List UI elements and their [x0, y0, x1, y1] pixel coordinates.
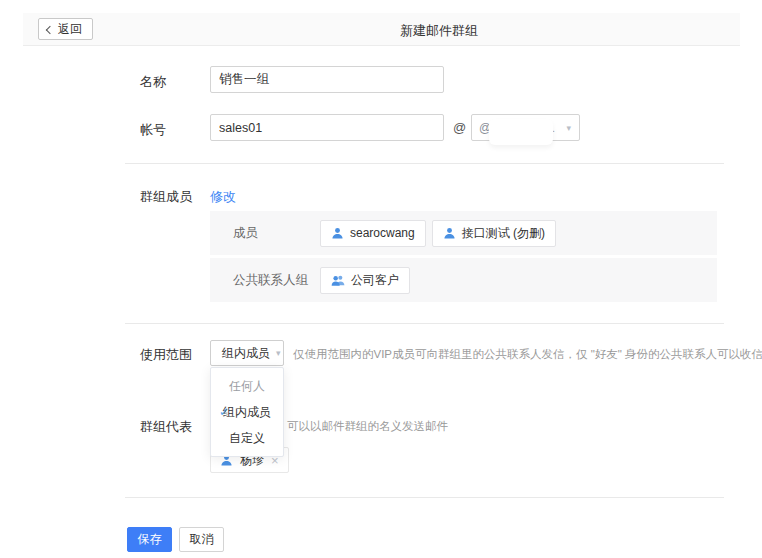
modify-members-link[interactable]: 修改: [210, 188, 236, 206]
section-divider: [125, 323, 724, 324]
redaction-blur: [489, 119, 553, 145]
scope-selected-value: 组内成员: [222, 345, 270, 362]
domain-select[interactable]: @ n... ▾: [471, 114, 580, 141]
members-panel: 成员 searocwang 接口测试 (勿删) 公共联系人组 公司客户: [210, 211, 717, 302]
cancel-button[interactable]: 取消: [179, 527, 224, 552]
member-tag: 接口测试 (勿删): [432, 220, 556, 247]
person-icon: [331, 227, 344, 240]
section-divider: [125, 497, 724, 498]
members-row-label: 成员: [233, 225, 320, 242]
save-button[interactable]: 保存: [127, 527, 172, 552]
group-icon: [331, 274, 345, 287]
scope-option-group-members[interactable]: ✓ 组内成员: [211, 399, 283, 425]
name-label: 名称: [140, 73, 166, 91]
back-button[interactable]: 返回: [38, 18, 93, 40]
scope-hint-text: 仅使用范围内的VIP成员可向群组里的公共联系人发信，仅 "好友" 身份的公共联系…: [293, 347, 762, 362]
scope-label: 使用范围: [140, 346, 192, 364]
account-input[interactable]: [210, 114, 444, 141]
contact-group-row-label: 公共联系人组: [233, 272, 320, 289]
scope-select[interactable]: 组内成员 ▾: [210, 340, 284, 366]
scope-option-label: 组内成员: [223, 405, 271, 419]
check-icon: ✓: [219, 399, 229, 425]
page-header: 返回 新建邮件群组: [23, 13, 740, 46]
contact-group-tag-label: 公司客户: [351, 272, 399, 289]
member-tag-label: searocwang: [350, 226, 415, 240]
caret-down-icon: ▾: [276, 348, 281, 358]
member-tag: searocwang: [320, 220, 426, 247]
name-input[interactable]: [210, 66, 444, 93]
person-icon: [443, 227, 456, 240]
at-symbol: @: [453, 120, 466, 135]
contact-group-tag: 公司客户: [320, 267, 410, 294]
section-divider: [125, 163, 724, 164]
chevron-left-icon: [46, 25, 54, 33]
representative-label: 群组代表: [140, 418, 192, 436]
caret-down-icon: ▾: [566, 123, 571, 133]
members-section-label: 群组成员: [140, 188, 192, 206]
members-row: 成员 searocwang 接口测试 (勿删): [210, 211, 717, 255]
representative-hint-text: 可以以邮件群组的名义发送邮件: [287, 419, 448, 434]
back-button-label: 返回: [58, 21, 82, 38]
account-label: 帐号: [140, 121, 166, 139]
contact-group-row: 公共联系人组 公司客户: [210, 258, 717, 302]
page-title: 新建邮件群组: [400, 22, 478, 40]
create-mail-group-page: 返回 新建邮件群组 名称 帐号 @ @ n... ▾ 群组成员 修改 成员 se…: [0, 0, 762, 558]
scope-option-anyone[interactable]: 任何人: [211, 373, 283, 399]
scope-dropdown-menu: 任何人 ✓ 组内成员 自定义: [210, 367, 284, 457]
member-tag-label: 接口测试 (勿删): [462, 225, 545, 242]
scope-option-custom[interactable]: 自定义: [211, 425, 283, 451]
